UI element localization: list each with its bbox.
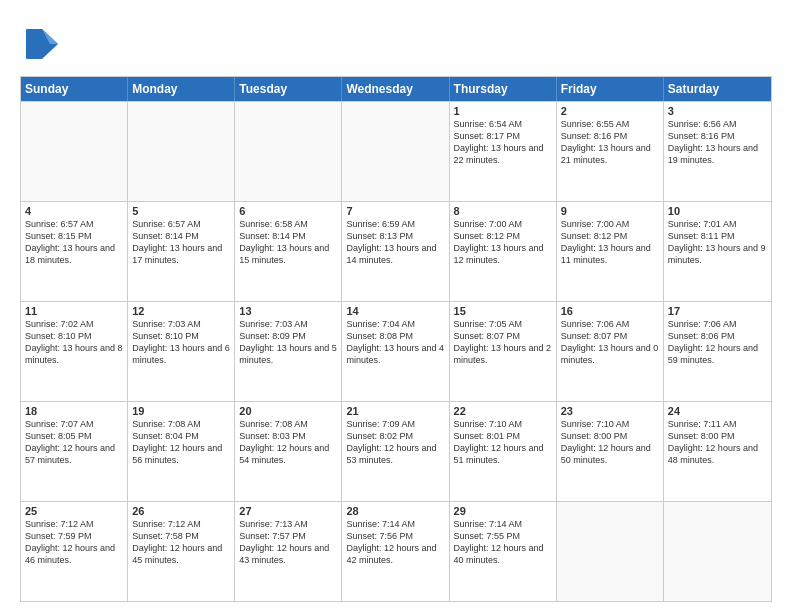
cell-info: Sunrise: 6:57 AMSunset: 8:15 PMDaylight:… — [25, 218, 123, 267]
cell-info: Sunrise: 7:06 AMSunset: 8:07 PMDaylight:… — [561, 318, 659, 367]
cell-info: Sunrise: 7:09 AMSunset: 8:02 PMDaylight:… — [346, 418, 444, 467]
cell-info: Sunrise: 7:00 AMSunset: 8:12 PMDaylight:… — [561, 218, 659, 267]
cell-date-number: 26 — [132, 505, 230, 517]
day-cell-18: 18Sunrise: 7:07 AMSunset: 8:05 PMDayligh… — [21, 402, 128, 501]
cell-info: Sunrise: 7:06 AMSunset: 8:06 PMDaylight:… — [668, 318, 767, 367]
empty-cell — [235, 102, 342, 201]
day-cell-1: 1Sunrise: 6:54 AMSunset: 8:17 PMDaylight… — [450, 102, 557, 201]
calendar-row-0: 1Sunrise: 6:54 AMSunset: 8:17 PMDaylight… — [21, 101, 771, 201]
cell-date-number: 24 — [668, 405, 767, 417]
logo — [20, 24, 62, 68]
day-cell-7: 7Sunrise: 6:59 AMSunset: 8:13 PMDaylight… — [342, 202, 449, 301]
day-header-thursday: Thursday — [450, 77, 557, 101]
cell-info: Sunrise: 7:08 AMSunset: 8:03 PMDaylight:… — [239, 418, 337, 467]
day-header-wednesday: Wednesday — [342, 77, 449, 101]
cell-date-number: 23 — [561, 405, 659, 417]
calendar-row-3: 18Sunrise: 7:07 AMSunset: 8:05 PMDayligh… — [21, 401, 771, 501]
day-cell-23: 23Sunrise: 7:10 AMSunset: 8:00 PMDayligh… — [557, 402, 664, 501]
cell-date-number: 28 — [346, 505, 444, 517]
cell-info: Sunrise: 7:04 AMSunset: 8:08 PMDaylight:… — [346, 318, 444, 367]
day-cell-6: 6Sunrise: 6:58 AMSunset: 8:14 PMDaylight… — [235, 202, 342, 301]
cell-date-number: 8 — [454, 205, 552, 217]
logo-icon — [20, 24, 60, 64]
day-cell-3: 3Sunrise: 6:56 AMSunset: 8:16 PMDaylight… — [664, 102, 771, 201]
cell-info: Sunrise: 6:55 AMSunset: 8:16 PMDaylight:… — [561, 118, 659, 167]
cell-info: Sunrise: 7:01 AMSunset: 8:11 PMDaylight:… — [668, 218, 767, 267]
empty-cell — [557, 502, 664, 601]
day-cell-8: 8Sunrise: 7:00 AMSunset: 8:12 PMDaylight… — [450, 202, 557, 301]
day-cell-27: 27Sunrise: 7:13 AMSunset: 7:57 PMDayligh… — [235, 502, 342, 601]
day-cell-4: 4Sunrise: 6:57 AMSunset: 8:15 PMDaylight… — [21, 202, 128, 301]
empty-cell — [664, 502, 771, 601]
day-cell-14: 14Sunrise: 7:04 AMSunset: 8:08 PMDayligh… — [342, 302, 449, 401]
cell-date-number: 19 — [132, 405, 230, 417]
day-cell-9: 9Sunrise: 7:00 AMSunset: 8:12 PMDaylight… — [557, 202, 664, 301]
cell-info: Sunrise: 6:57 AMSunset: 8:14 PMDaylight:… — [132, 218, 230, 267]
cell-info: Sunrise: 6:59 AMSunset: 8:13 PMDaylight:… — [346, 218, 444, 267]
day-cell-11: 11Sunrise: 7:02 AMSunset: 8:10 PMDayligh… — [21, 302, 128, 401]
day-header-monday: Monday — [128, 77, 235, 101]
cell-info: Sunrise: 6:54 AMSunset: 8:17 PMDaylight:… — [454, 118, 552, 167]
cell-info: Sunrise: 7:12 AMSunset: 7:59 PMDaylight:… — [25, 518, 123, 567]
cell-date-number: 10 — [668, 205, 767, 217]
cell-info: Sunrise: 7:12 AMSunset: 7:58 PMDaylight:… — [132, 518, 230, 567]
calendar-body: 1Sunrise: 6:54 AMSunset: 8:17 PMDaylight… — [21, 101, 771, 601]
day-cell-5: 5Sunrise: 6:57 AMSunset: 8:14 PMDaylight… — [128, 202, 235, 301]
cell-info: Sunrise: 7:00 AMSunset: 8:12 PMDaylight:… — [454, 218, 552, 267]
cell-info: Sunrise: 7:03 AMSunset: 8:10 PMDaylight:… — [132, 318, 230, 367]
cell-info: Sunrise: 7:10 AMSunset: 8:00 PMDaylight:… — [561, 418, 659, 467]
cell-info: Sunrise: 7:10 AMSunset: 8:01 PMDaylight:… — [454, 418, 552, 467]
day-header-sunday: Sunday — [21, 77, 128, 101]
calendar-header: SundayMondayTuesdayWednesdayThursdayFrid… — [21, 77, 771, 101]
cell-date-number: 3 — [668, 105, 767, 117]
day-cell-28: 28Sunrise: 7:14 AMSunset: 7:56 PMDayligh… — [342, 502, 449, 601]
cell-date-number: 20 — [239, 405, 337, 417]
cell-date-number: 14 — [346, 305, 444, 317]
day-header-tuesday: Tuesday — [235, 77, 342, 101]
cell-info: Sunrise: 7:07 AMSunset: 8:05 PMDaylight:… — [25, 418, 123, 467]
calendar-row-2: 11Sunrise: 7:02 AMSunset: 8:10 PMDayligh… — [21, 301, 771, 401]
cell-info: Sunrise: 7:08 AMSunset: 8:04 PMDaylight:… — [132, 418, 230, 467]
cell-date-number: 15 — [454, 305, 552, 317]
cell-date-number: 25 — [25, 505, 123, 517]
cell-info: Sunrise: 7:13 AMSunset: 7:57 PMDaylight:… — [239, 518, 337, 567]
cell-info: Sunrise: 6:58 AMSunset: 8:14 PMDaylight:… — [239, 218, 337, 267]
day-cell-19: 19Sunrise: 7:08 AMSunset: 8:04 PMDayligh… — [128, 402, 235, 501]
cell-date-number: 22 — [454, 405, 552, 417]
cell-date-number: 16 — [561, 305, 659, 317]
cell-date-number: 29 — [454, 505, 552, 517]
cell-date-number: 21 — [346, 405, 444, 417]
empty-cell — [342, 102, 449, 201]
day-cell-16: 16Sunrise: 7:06 AMSunset: 8:07 PMDayligh… — [557, 302, 664, 401]
cell-info: Sunrise: 7:11 AMSunset: 8:00 PMDaylight:… — [668, 418, 767, 467]
cell-date-number: 7 — [346, 205, 444, 217]
cell-date-number: 11 — [25, 305, 123, 317]
day-header-saturday: Saturday — [664, 77, 771, 101]
cell-date-number: 1 — [454, 105, 552, 117]
day-cell-2: 2Sunrise: 6:55 AMSunset: 8:16 PMDaylight… — [557, 102, 664, 201]
day-cell-26: 26Sunrise: 7:12 AMSunset: 7:58 PMDayligh… — [128, 502, 235, 601]
cell-date-number: 5 — [132, 205, 230, 217]
day-cell-12: 12Sunrise: 7:03 AMSunset: 8:10 PMDayligh… — [128, 302, 235, 401]
cell-date-number: 9 — [561, 205, 659, 217]
calendar: SundayMondayTuesdayWednesdayThursdayFrid… — [20, 76, 772, 602]
cell-date-number: 13 — [239, 305, 337, 317]
cell-date-number: 4 — [25, 205, 123, 217]
cell-info: Sunrise: 7:05 AMSunset: 8:07 PMDaylight:… — [454, 318, 552, 367]
empty-cell — [128, 102, 235, 201]
cell-info: Sunrise: 7:03 AMSunset: 8:09 PMDaylight:… — [239, 318, 337, 367]
cell-date-number: 18 — [25, 405, 123, 417]
calendar-row-4: 25Sunrise: 7:12 AMSunset: 7:59 PMDayligh… — [21, 501, 771, 601]
cell-date-number: 17 — [668, 305, 767, 317]
cell-date-number: 2 — [561, 105, 659, 117]
day-cell-17: 17Sunrise: 7:06 AMSunset: 8:06 PMDayligh… — [664, 302, 771, 401]
header — [20, 20, 772, 68]
day-cell-24: 24Sunrise: 7:11 AMSunset: 8:00 PMDayligh… — [664, 402, 771, 501]
cell-info: Sunrise: 7:14 AMSunset: 7:55 PMDaylight:… — [454, 518, 552, 567]
cell-info: Sunrise: 6:56 AMSunset: 8:16 PMDaylight:… — [668, 118, 767, 167]
calendar-row-1: 4Sunrise: 6:57 AMSunset: 8:15 PMDaylight… — [21, 201, 771, 301]
day-cell-21: 21Sunrise: 7:09 AMSunset: 8:02 PMDayligh… — [342, 402, 449, 501]
day-cell-22: 22Sunrise: 7:10 AMSunset: 8:01 PMDayligh… — [450, 402, 557, 501]
svg-rect-2 — [26, 29, 42, 59]
day-cell-20: 20Sunrise: 7:08 AMSunset: 8:03 PMDayligh… — [235, 402, 342, 501]
